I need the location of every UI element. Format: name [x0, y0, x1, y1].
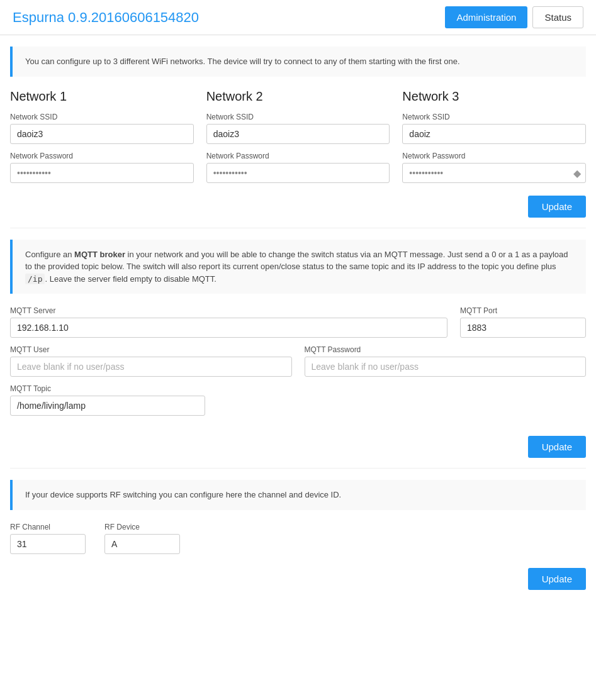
mqtt-topic-row: MQTT Topic	[10, 384, 586, 423]
network-update-row: Update	[0, 196, 596, 228]
wifi-info-text: You can configure up to 3 different WiFi…	[25, 57, 460, 66]
app-title: Espurna 0.9.20160606154820	[13, 9, 199, 26]
mqtt-topic-input[interactable]	[10, 396, 205, 416]
mqtt-user-label: MQTT User	[10, 345, 292, 354]
network-3-password-input[interactable]	[402, 163, 586, 183]
mqtt-port-input[interactable]	[460, 318, 586, 338]
network-2-title: Network 2	[206, 89, 390, 104]
mqtt-server-col: MQTT Server	[10, 306, 447, 345]
rf-info-text: If your device supports RF switching you…	[25, 490, 341, 499]
network-2-ssid-input[interactable]	[206, 124, 390, 144]
administration-button[interactable]: Administration	[445, 6, 527, 28]
rf-device-col: RF Device	[104, 523, 186, 562]
network-3-password-label: Network Password	[402, 152, 586, 160]
network-1-title: Network 1	[10, 89, 194, 104]
mqtt-server-input[interactable]	[10, 318, 447, 338]
network-2-ssid-label: Network SSID	[206, 113, 390, 121]
network-2-password-input[interactable]	[206, 163, 390, 183]
network-update-button[interactable]: Update	[528, 196, 586, 218]
mqtt-row-1: MQTT Server MQTT Port	[10, 306, 586, 345]
mqtt-user-col: MQTT User	[10, 345, 292, 384]
mqtt-info-box: Configure an MQTT broker in your network…	[10, 240, 586, 294]
mqtt-broker-bold: MQTT broker	[74, 250, 125, 259]
network-3-title: Network 3	[402, 89, 586, 104]
network-1-password-wrap	[10, 163, 194, 183]
network-1-password-input[interactable]	[10, 163, 194, 183]
network-section: Network 1 Network SSID Network Password …	[0, 77, 596, 196]
mqtt-info-prefix: Configure an	[25, 250, 74, 259]
mqtt-password-input[interactable]	[305, 357, 587, 377]
mqtt-password-col: MQTT Password	[305, 345, 587, 384]
rf-info-box: If your device supports RF switching you…	[10, 480, 586, 510]
network-3-ssid-label: Network SSID	[402, 113, 586, 121]
network-grid: Network 1 Network SSID Network Password …	[10, 89, 586, 183]
header-buttons: Administration Status	[445, 6, 583, 28]
mqtt-row-2: MQTT User MQTT Password	[10, 345, 586, 384]
mqtt-port-col: MQTT Port	[460, 306, 586, 345]
network-2-password-wrap	[206, 163, 390, 183]
password-toggle-icon[interactable]: ◆	[573, 167, 581, 179]
rf-device-label: RF Device	[104, 523, 186, 531]
mqtt-port-label: MQTT Port	[460, 306, 586, 315]
network-1-password-label: Network Password	[10, 152, 194, 160]
network-3-ssid-input[interactable]	[402, 124, 586, 144]
rf-device-input[interactable]	[104, 534, 180, 554]
mqtt-section: MQTT Server MQTT Port MQTT User MQTT Pas…	[0, 294, 596, 436]
rf-update-button[interactable]: Update	[528, 568, 586, 590]
network-2-password-label: Network Password	[206, 152, 390, 160]
ip-code: /ip	[25, 274, 45, 284]
mqtt-topic-label: MQTT Topic	[10, 384, 586, 393]
rf-section: RF Channel RF Device	[0, 510, 596, 568]
mqtt-update-button[interactable]: Update	[528, 436, 586, 458]
network-1-ssid-input[interactable]	[10, 124, 194, 144]
rf-channel-input[interactable]	[10, 534, 86, 554]
rf-channel-label: RF Channel	[10, 523, 92, 531]
rf-row: RF Channel RF Device	[10, 523, 586, 562]
rf-channel-col: RF Channel	[10, 523, 92, 562]
network-2-col: Network 2 Network SSID Network Password	[206, 89, 390, 183]
mqtt-update-row: Update	[0, 436, 596, 468]
mqtt-password-label: MQTT Password	[305, 345, 587, 354]
mqtt-user-input[interactable]	[10, 357, 292, 377]
mqtt-server-label: MQTT Server	[10, 306, 447, 315]
rf-update-row: Update	[0, 568, 596, 600]
network-3-col: Network 3 Network SSID Network Password …	[402, 89, 586, 183]
header: Espurna 0.9.20160606154820 Administratio…	[0, 0, 596, 35]
wifi-info-box: You can configure up to 3 different WiFi…	[10, 47, 586, 77]
network-3-password-wrap: ◆	[402, 163, 586, 183]
network-1-col: Network 1 Network SSID Network Password	[10, 89, 194, 183]
network-1-ssid-label: Network SSID	[10, 113, 194, 121]
status-button[interactable]: Status	[532, 6, 583, 28]
